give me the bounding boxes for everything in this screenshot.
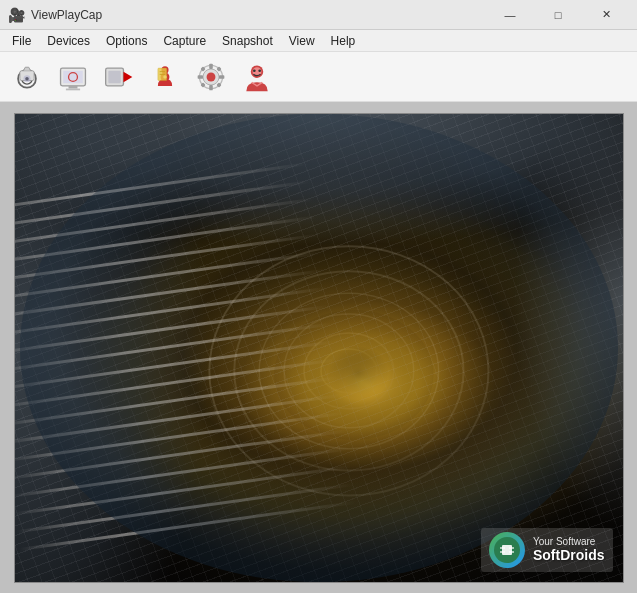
svg-rect-48 bbox=[509, 551, 514, 553]
title-bar-controls: — □ ✕ bbox=[487, 0, 629, 30]
capture-settings-button[interactable] bbox=[190, 56, 232, 98]
user-button[interactable] bbox=[236, 56, 278, 98]
svg-point-33 bbox=[258, 69, 261, 72]
svg-rect-46 bbox=[500, 551, 505, 553]
softdroids-icon bbox=[493, 536, 521, 564]
svg-rect-7 bbox=[69, 85, 78, 88]
svg-rect-23 bbox=[209, 85, 213, 90]
svg-rect-22 bbox=[209, 63, 213, 68]
settings-icon bbox=[149, 61, 181, 93]
toolbar bbox=[0, 52, 637, 102]
screenshot-icon bbox=[57, 61, 89, 93]
svg-marker-11 bbox=[123, 71, 132, 82]
watermark-line1: Your Software bbox=[533, 536, 605, 547]
tunnel-svg bbox=[15, 114, 623, 582]
menu-devices[interactable]: Devices bbox=[39, 30, 98, 51]
svg-rect-12 bbox=[108, 70, 120, 82]
svg-rect-25 bbox=[219, 75, 224, 79]
camera-button[interactable] bbox=[6, 56, 48, 98]
menu-file[interactable]: File bbox=[4, 30, 39, 51]
camera-icon bbox=[11, 61, 43, 93]
tunnel-background: Your Software SoftDroids bbox=[15, 114, 623, 582]
svg-rect-47 bbox=[509, 547, 514, 549]
menu-capture[interactable]: Capture bbox=[155, 30, 214, 51]
svg-point-21 bbox=[207, 72, 216, 81]
menu-bar: File Devices Options Capture Snapshot Vi… bbox=[0, 30, 637, 52]
user-icon bbox=[241, 61, 273, 93]
svg-point-42 bbox=[19, 114, 617, 582]
minimize-button[interactable]: — bbox=[487, 0, 533, 30]
svg-point-4 bbox=[25, 77, 29, 81]
menu-options[interactable]: Options bbox=[98, 30, 155, 51]
svg-rect-8 bbox=[66, 88, 80, 90]
screenshot-button[interactable] bbox=[52, 56, 94, 98]
watermark-line2: SoftDroids bbox=[533, 547, 605, 563]
video-display: Your Software SoftDroids bbox=[14, 113, 624, 583]
app-title: ViewPlayCap bbox=[31, 8, 102, 22]
record-icon bbox=[103, 61, 135, 93]
svg-rect-24 bbox=[198, 75, 203, 79]
watermark-text: Your Software SoftDroids bbox=[533, 536, 605, 563]
svg-rect-44 bbox=[502, 545, 512, 555]
maximize-button[interactable]: □ bbox=[535, 0, 581, 30]
settings-button[interactable] bbox=[144, 56, 186, 98]
menu-view[interactable]: View bbox=[281, 30, 323, 51]
main-area: Your Software SoftDroids bbox=[0, 102, 637, 593]
title-bar: 🎥 ViewPlayCap — □ ✕ bbox=[0, 0, 637, 30]
watermark: Your Software SoftDroids bbox=[481, 528, 613, 572]
menu-snapshot[interactable]: Snapshot bbox=[214, 30, 281, 51]
svg-point-32 bbox=[253, 69, 256, 72]
svg-rect-45 bbox=[500, 547, 505, 549]
record-button[interactable] bbox=[98, 56, 140, 98]
title-bar-left: 🎥 ViewPlayCap bbox=[8, 7, 102, 23]
menu-help[interactable]: Help bbox=[323, 30, 364, 51]
watermark-icon bbox=[489, 532, 525, 568]
capture-settings-icon bbox=[195, 61, 227, 93]
close-button[interactable]: ✕ bbox=[583, 0, 629, 30]
app-icon: 🎥 bbox=[8, 7, 25, 23]
